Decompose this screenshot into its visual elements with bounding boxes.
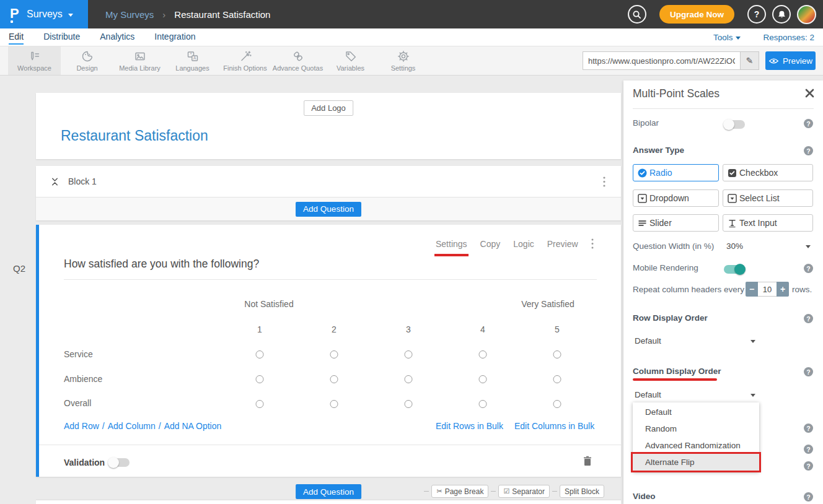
hidden-setting-help-icon[interactable]: ? xyxy=(804,424,813,433)
radio-ambience-5[interactable] xyxy=(553,375,561,383)
divider xyxy=(64,279,597,280)
add-logo-button[interactable]: Add Logo xyxy=(304,100,353,116)
user-avatar[interactable] xyxy=(797,5,816,24)
toolbar-item-design[interactable]: Design xyxy=(61,46,113,75)
responses-count[interactable]: Responses: 2 xyxy=(763,33,814,42)
question-tab-logic[interactable]: Logic xyxy=(513,239,534,249)
column-display-order-select[interactable]: Default xyxy=(635,390,661,399)
tab-edit[interactable]: Edit xyxy=(9,32,24,43)
add-question-button-bottom[interactable]: Add Question xyxy=(296,484,361,499)
radio-overall-3[interactable] xyxy=(405,400,413,408)
column-display-order-caret-icon[interactable] xyxy=(750,394,755,397)
edit-rows-in-bulk-link[interactable]: Edit Rows in Bulk xyxy=(436,421,503,431)
question-tab-preview[interactable]: Preview xyxy=(547,239,578,249)
answer-type-checkbox[interactable]: Checkbox xyxy=(723,164,813,181)
separator-button[interactable]: ☑Separator xyxy=(498,485,550,498)
row-display-order-caret-icon[interactable] xyxy=(750,340,755,343)
answer-type-help-icon[interactable]: ? xyxy=(804,146,813,155)
bipolar-help-icon[interactable]: ? xyxy=(804,119,813,128)
column-display-order-help-icon[interactable]: ? xyxy=(804,367,813,376)
radio-service-5[interactable] xyxy=(553,350,561,358)
surveys-app-menu[interactable]: P Surveys xyxy=(0,0,88,28)
toolbar-item-advance-quotas[interactable]: Advance Quotas xyxy=(271,46,324,75)
tab-integration[interactable]: Integration xyxy=(154,32,195,43)
tools-menu[interactable]: Tools xyxy=(713,33,741,42)
question-tab-settings[interactable]: Settings xyxy=(436,239,467,249)
page-break-button[interactable]: ✂Page Break xyxy=(431,485,488,498)
radio-ambience-3[interactable] xyxy=(405,375,413,383)
radio-ambience-2[interactable] xyxy=(330,375,338,383)
video-help-icon[interactable]: ? xyxy=(804,492,813,502)
radio-overall-2[interactable] xyxy=(330,400,338,408)
survey-url-input[interactable] xyxy=(583,51,741,70)
tab-analytics[interactable]: Analytics xyxy=(100,32,134,43)
answer-type-select-list[interactable]: Select List xyxy=(723,189,813,207)
dropdown-option-alternate-flip[interactable]: Alternate Flip xyxy=(633,454,759,471)
row-display-order-help-icon[interactable]: ? xyxy=(804,314,813,323)
decrease-rows-button[interactable]: − xyxy=(746,282,758,297)
question-tab-copy[interactable]: Copy xyxy=(480,239,501,249)
divider xyxy=(633,108,814,109)
close-panel-button[interactable] xyxy=(805,89,814,98)
search-button[interactable] xyxy=(628,5,646,24)
design-icon xyxy=(81,50,94,63)
radio-service-2[interactable] xyxy=(330,350,338,358)
main-content: Q2 Add Logo Restaurant Satisfaction Bloc… xyxy=(0,76,823,504)
delete-question-button[interactable] xyxy=(583,455,592,467)
validation-toggle[interactable] xyxy=(108,458,130,467)
question-title[interactable]: How satisfied are you with the following… xyxy=(64,258,259,271)
toolbar-item-settings[interactable]: Settings xyxy=(377,46,429,75)
survey-title[interactable]: Restaurant Satisfaction xyxy=(61,128,208,144)
question-menu-kebab-icon[interactable] xyxy=(591,238,594,249)
mobile-rendering-toggle[interactable] xyxy=(724,265,745,274)
toolbar-item-workspace[interactable]: Workspace xyxy=(8,46,61,75)
notifications-button[interactable] xyxy=(772,5,791,24)
hidden-setting-help-icon[interactable]: ? xyxy=(804,461,813,471)
toolbar-item-languages[interactable]: *A Languages xyxy=(166,46,219,75)
answer-type-dropdown[interactable]: Dropdown xyxy=(633,189,719,207)
preview-button[interactable]: Preview xyxy=(765,51,816,70)
row-display-order-select[interactable]: Default xyxy=(635,336,661,345)
radio-service-4[interactable] xyxy=(479,350,487,358)
edit-url-button[interactable]: ✎ xyxy=(741,51,759,70)
question-width-caret-icon[interactable] xyxy=(806,245,811,248)
dropdown-option-default[interactable]: Default xyxy=(633,404,759,420)
dropdown-option-random[interactable]: Random xyxy=(633,420,759,437)
bell-icon xyxy=(777,9,787,20)
radio-overall-1[interactable] xyxy=(256,400,264,408)
radio-service-1[interactable] xyxy=(256,350,264,358)
add-column-link[interactable]: Add Column xyxy=(108,421,156,431)
breadcrumb-my-surveys[interactable]: My Surveys xyxy=(105,9,154,20)
hidden-setting-help-icon[interactable]: ? xyxy=(804,445,813,454)
radio-overall-5[interactable] xyxy=(553,400,561,408)
toolbar-item-variables[interactable]: Variables xyxy=(324,46,377,75)
bipolar-toggle[interactable] xyxy=(724,120,745,129)
upgrade-now-button[interactable]: Upgrade Now xyxy=(659,5,734,24)
add-na-option-link[interactable]: Add NA Option xyxy=(164,421,222,431)
radio-service-3[interactable] xyxy=(405,350,413,358)
edit-columns-in-bulk-link[interactable]: Edit Columns in Bulk xyxy=(514,421,594,431)
add-row-link[interactable]: Add Row xyxy=(64,421,99,431)
answer-type-radio[interactable]: Radio xyxy=(633,164,719,181)
radio-ambience-4[interactable] xyxy=(479,375,487,383)
dropdown-option-advanced-randomization[interactable]: Advanced Randomization xyxy=(633,437,759,454)
question-width-value[interactable]: 30% xyxy=(726,241,743,251)
help-button[interactable]: ? xyxy=(747,5,766,24)
collapse-block-icon[interactable] xyxy=(50,177,59,186)
answer-type-text-input[interactable]: Text Input xyxy=(723,214,813,232)
radio-overall-4[interactable] xyxy=(479,400,487,408)
rows-count-input[interactable] xyxy=(758,282,777,297)
add-question-button-top[interactable]: Add Question xyxy=(296,202,361,217)
question-code: Q2 xyxy=(13,263,25,274)
question-mark-icon: ? xyxy=(754,9,760,19)
radio-ambience-1[interactable] xyxy=(256,375,264,383)
split-block-button[interactable]: Split Block xyxy=(560,485,604,498)
block-menu-kebab-icon[interactable] xyxy=(603,176,605,187)
tab-distribute[interactable]: Distribute xyxy=(43,32,80,43)
mobile-rendering-help-icon[interactable]: ? xyxy=(804,264,813,273)
toolbar-item-media-library[interactable]: Media Library xyxy=(113,46,166,75)
answer-type-slider[interactable]: Slider xyxy=(633,214,719,232)
increase-rows-button[interactable]: + xyxy=(777,282,789,297)
link-separator: / xyxy=(102,421,105,431)
toolbar-item-finish-options[interactable]: Finish Options xyxy=(219,46,271,75)
